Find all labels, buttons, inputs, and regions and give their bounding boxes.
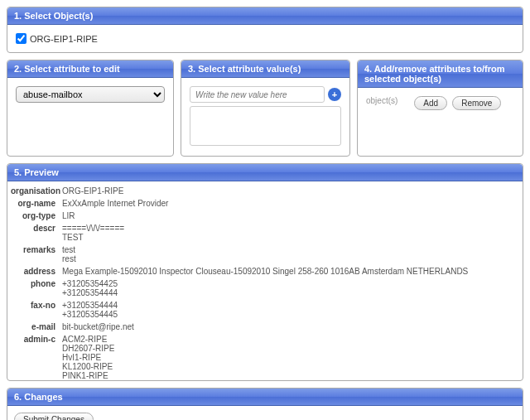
preview-value: test rest bbox=[62, 245, 516, 263]
objects-faded-label: object(s) bbox=[366, 96, 398, 105]
panel-header-3: 3. Select attribute value(s) bbox=[181, 60, 349, 78]
add-button[interactable]: Add bbox=[414, 96, 447, 110]
preview-key: phone bbox=[11, 279, 62, 297]
preview-key: e-mail bbox=[11, 322, 62, 331]
panel-header-5: 5. Preview bbox=[7, 164, 523, 181]
preview-value: ORG-EIP1-RIPE bbox=[62, 186, 516, 196]
preview-key: org-name bbox=[11, 199, 62, 208]
panel-changes: 6. Changes Submit Changes bbox=[7, 388, 523, 420]
preview-row: admin-cACM2-RIPE DH2607-RIPE HvI1-RIPE K… bbox=[11, 333, 516, 380]
preview-row: organisationORG-EIP1-RIPE bbox=[11, 185, 516, 197]
preview-value: Mega Example-15092010 Inspector Clouseau… bbox=[62, 267, 516, 276]
panel-header-6: 6. Changes bbox=[7, 389, 523, 406]
object-checkbox-row[interactable]: ORG-EIP1-RIPE bbox=[16, 33, 514, 44]
preview-scroll-area[interactable]: organisationORG-EIP1-RIPEorg-nameExXxAmp… bbox=[7, 181, 523, 380]
preview-value: +31205354444 +31205354445 bbox=[62, 301, 516, 319]
preview-value: LIR bbox=[62, 211, 516, 220]
remove-button[interactable]: Remove bbox=[452, 96, 501, 110]
object-checkbox[interactable] bbox=[16, 33, 26, 44]
preview-value: +31205354425 +31205354444 bbox=[62, 279, 516, 297]
preview-value: ACM2-RIPE DH2607-RIPE HvI1-RIPE KL1200-R… bbox=[62, 335, 516, 380]
preview-row: fax-no+31205354444 +31205354445 bbox=[11, 299, 516, 321]
panel-select-objects: 1. Select Object(s) ORG-EIP1-RIPE bbox=[7, 7, 523, 53]
preview-key: address bbox=[11, 267, 62, 276]
preview-key: organisation bbox=[11, 186, 62, 196]
panel-preview: 5. Preview organisationORG-EIP1-RIPEorg-… bbox=[7, 163, 523, 381]
panel-header-2: 2. Select attribute to edit bbox=[7, 60, 173, 78]
panel-select-values: 3. Select attribute value(s) + bbox=[181, 60, 350, 157]
preview-value: ExXxAmple Internet Provider bbox=[62, 199, 516, 208]
preview-row: remarkstest rest bbox=[11, 244, 516, 265]
preview-row: addressMega Example-15092010 Inspector C… bbox=[11, 265, 516, 278]
preview-row: org-typeLIR bbox=[11, 210, 516, 222]
preview-value: =====\/\/\/===== TEST bbox=[62, 224, 516, 242]
preview-value: bit-bucket@ripe.net bbox=[62, 322, 516, 331]
preview-key: org-type bbox=[11, 211, 62, 220]
add-value-icon[interactable]: + bbox=[328, 88, 341, 101]
submit-changes-button[interactable]: Submit Changes bbox=[14, 413, 94, 420]
panel-header-1: 1. Select Object(s) bbox=[7, 7, 523, 25]
preview-row: e-mailbit-bucket@ripe.net bbox=[11, 321, 516, 333]
preview-key: admin-c bbox=[11, 335, 62, 380]
preview-row: org-nameExXxAmple Internet Provider bbox=[11, 197, 516, 210]
preview-key: descr bbox=[11, 224, 62, 242]
panel-header-4: 4. Add/remove attributes to/from selecte… bbox=[358, 60, 523, 88]
panel-add-remove: 4. Add/remove attributes to/from selecte… bbox=[357, 60, 523, 157]
preview-key: fax-no bbox=[11, 301, 62, 319]
panel-select-attribute: 2. Select attribute to edit abuse-mailbo… bbox=[7, 60, 174, 157]
preview-row: descr=====\/\/\/===== TEST bbox=[11, 222, 516, 244]
preview-key: remarks bbox=[11, 245, 62, 263]
new-value-input[interactable] bbox=[190, 86, 325, 103]
values-textarea[interactable] bbox=[190, 106, 341, 146]
preview-row: phone+31205354425 +31205354444 bbox=[11, 278, 516, 299]
attribute-select[interactable]: abuse-mailbox bbox=[16, 86, 165, 103]
object-label: ORG-EIP1-RIPE bbox=[30, 34, 98, 44]
